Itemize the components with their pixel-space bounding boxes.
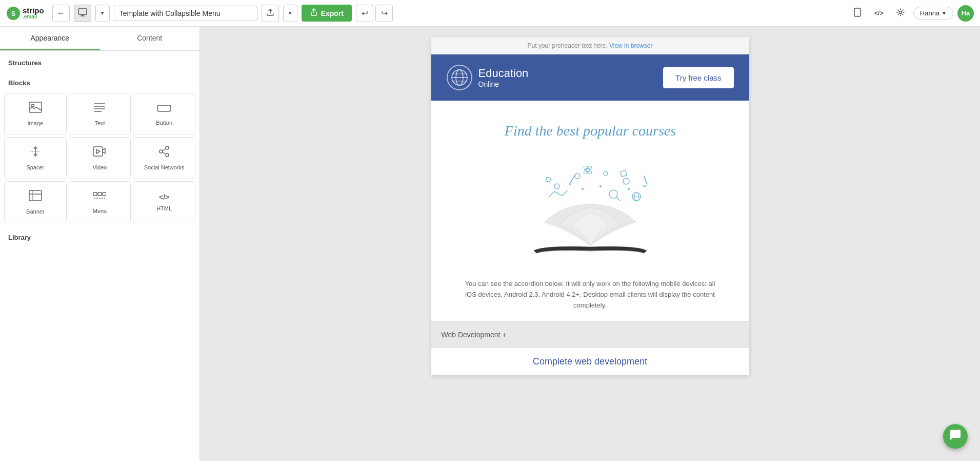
chevron-down-icon: ▼ [100, 10, 105, 16]
logo-email: .email [23, 14, 44, 20]
tab-content[interactable]: Content [100, 27, 200, 50]
main-layout: Appearance Content Structures Blocks Ima… [0, 27, 980, 461]
svg-rect-33 [103, 193, 106, 196]
upload-button[interactable] [262, 5, 279, 22]
blocks-section-title: Blocks [0, 71, 199, 91]
code-view-button[interactable]: </> [870, 5, 888, 22]
image-block-icon [29, 102, 42, 116]
tab-appearance[interactable]: Appearance [0, 27, 100, 50]
blocks-grid: Image Text Button Spacer [0, 91, 199, 225]
settings-button[interactable] [892, 5, 909, 22]
text-block-icon [93, 102, 106, 116]
block-button[interactable]: Button [133, 93, 195, 135]
stripo-logo-icon: S [6, 6, 21, 21]
svg-rect-14 [157, 105, 171, 111]
svg-rect-32 [98, 193, 102, 196]
svg-line-53 [644, 176, 647, 184]
canvas-area: Put your preheader text here. View in br… [200, 27, 980, 461]
user-menu-button[interactable]: Hanna ▼ [913, 7, 953, 20]
svg-point-43 [604, 171, 608, 176]
svg-line-46 [554, 191, 562, 196]
preheader-text: Put your preheader text here. [528, 42, 608, 49]
block-text[interactable]: Text [69, 93, 131, 135]
svg-line-47 [562, 190, 567, 196]
gear-icon [896, 8, 905, 18]
svg-point-54 [586, 168, 589, 171]
block-banner[interactable]: Banner [4, 181, 67, 223]
desktop-view-button[interactable] [74, 5, 91, 22]
preheader-bar: Put your preheader text here. View in br… [431, 37, 749, 54]
avatar[interactable]: Ha [957, 5, 974, 22]
view-in-browser-link[interactable]: View in browser [609, 42, 652, 49]
undo-icon: ↩ [362, 8, 368, 18]
email-preview: Put your preheader text here. View in br… [431, 37, 749, 375]
block-banner-label: Banner [26, 208, 44, 215]
template-name-input[interactable] [114, 6, 257, 21]
block-button-label: Button [156, 120, 172, 126]
video-block-icon [93, 146, 106, 160]
svg-point-9 [31, 104, 34, 107]
block-spacer[interactable]: Spacer [4, 137, 67, 179]
header-logo-title: Education [478, 67, 529, 80]
username-label: Hanna [920, 9, 939, 17]
svg-line-45 [549, 191, 554, 197]
chat-button[interactable] [943, 424, 968, 449]
svg-point-24 [159, 150, 163, 153]
block-menu-label: Menu [93, 208, 107, 214]
block-html[interactable]: </> HTML [133, 181, 195, 223]
svg-line-57 [570, 175, 575, 184]
header-logo-text: Education Online [478, 67, 529, 88]
accordion-description: You can see the accordion below. It will… [431, 274, 749, 321]
logo: S stripo .email [6, 6, 44, 21]
block-social-label: Social Networks [144, 164, 185, 170]
svg-rect-21 [93, 147, 103, 156]
svg-point-23 [166, 146, 169, 149]
user-chevron-icon: ▼ [942, 10, 947, 16]
view-dropdown-button[interactable]: ▼ [95, 5, 110, 22]
left-panel: Appearance Content Structures Blocks Ima… [0, 27, 200, 461]
code-icon: </> [874, 10, 883, 17]
logo-name: stripo [23, 7, 44, 14]
svg-point-6 [857, 14, 858, 15]
block-social-networks[interactable]: Social Networks [133, 137, 195, 179]
svg-rect-8 [29, 102, 42, 112]
undo-button[interactable]: ↩ [356, 5, 373, 22]
complete-web-section: Complete web development [431, 348, 749, 375]
block-video[interactable]: Video [69, 137, 131, 179]
svg-line-27 [163, 152, 166, 155]
button-block-icon [157, 102, 171, 116]
svg-rect-28 [29, 190, 42, 201]
block-video-label: Video [93, 164, 107, 170]
mobile-view-button[interactable] [849, 5, 866, 22]
redo-button[interactable]: ↪ [375, 5, 393, 22]
book-svg [503, 156, 677, 263]
social-networks-block-icon [158, 146, 170, 160]
svg-marker-22 [96, 149, 100, 153]
topbar: S stripo .email ← ▼ ▼ Export ↩ [0, 0, 980, 27]
spacer-block-icon [29, 146, 42, 160]
email-logo: Education Online [447, 65, 529, 90]
svg-rect-59 [621, 170, 627, 177]
structures-section-title: Structures [0, 51, 199, 71]
svg-point-41 [554, 184, 559, 189]
try-free-class-button[interactable]: Try free class [663, 67, 733, 88]
email-body: Find the best popular courses [431, 101, 749, 375]
redo-icon: ↪ [381, 8, 388, 18]
template-dropdown-button[interactable]: ▼ [283, 5, 297, 22]
desktop-icon [78, 8, 87, 18]
block-menu[interactable]: Menu [69, 181, 131, 223]
block-image[interactable]: Image [4, 93, 67, 135]
banner-block-icon [29, 190, 42, 204]
svg-point-60 [599, 185, 602, 187]
block-spacer-label: Spacer [26, 164, 44, 170]
export-label: Export [321, 9, 344, 17]
svg-rect-31 [93, 193, 97, 196]
email-header: Education Online Try free class [431, 54, 749, 101]
export-button[interactable]: Export [302, 5, 352, 22]
svg-line-49 [616, 197, 620, 201]
svg-line-26 [163, 149, 166, 151]
find-courses-heading: Find the best popular courses [431, 101, 749, 150]
back-button[interactable]: ← [52, 5, 70, 22]
block-html-label: HTML [156, 205, 172, 212]
accordion-row-web-development[interactable]: Web Development + [431, 321, 749, 348]
